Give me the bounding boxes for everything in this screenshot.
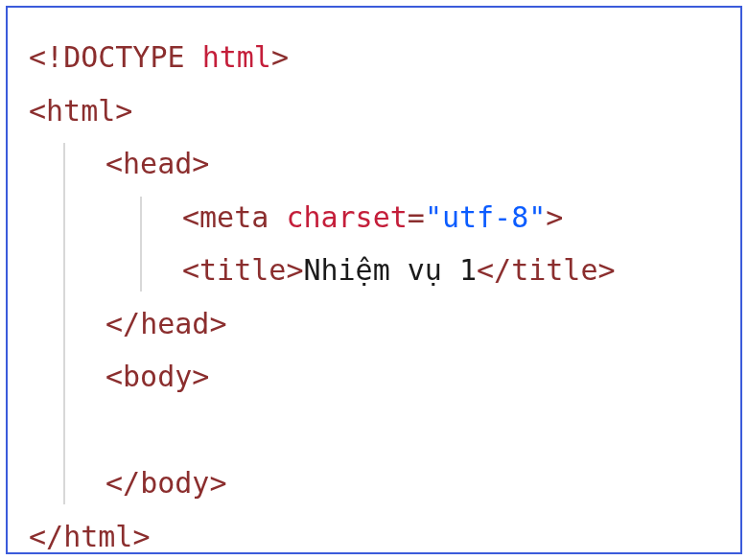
tag-close: > [598,253,616,287]
body-tag: body [123,360,192,393]
title-tag: title [199,253,286,287]
title-text: Nhiệm vụ 1 [303,253,477,287]
meta-tag: meta [199,200,269,234]
tag-close: > [209,466,226,500]
tag-open: </ [477,253,511,287]
blank-line [105,413,123,447]
charset-attr: charset [286,200,407,234]
code-line-3: <head> [29,137,719,191]
space [269,200,286,234]
tag-open: </ [105,307,140,340]
code-line-6: </head> [29,297,719,351]
charset-value: "utf-8" [425,200,546,234]
head-tag: head [123,147,192,180]
doctype-close: > [271,40,289,74]
code-line-1: <!DOCTYPE html> [29,31,719,84]
tag-close: > [192,147,209,180]
tag-open: < [182,253,199,287]
tag-close: > [286,253,303,287]
html-block: <head> <meta charset="utf-8"> <title>Nhi… [29,137,719,510]
tag-close: > [115,94,132,128]
equals: = [408,200,425,234]
doctype-open: <! [29,40,63,74]
tag-open: </ [29,520,63,553]
tag-open: < [105,147,123,180]
tag-open: < [29,94,46,128]
code-line-9: </body> [29,456,719,510]
head-close-tag: head [140,307,209,340]
tag-open: < [105,360,123,393]
code-line-10: </html> [29,510,719,561]
tag-close: > [132,520,150,553]
code-line-2: <html> [29,84,719,138]
tag-close: > [192,360,209,393]
tag-close: > [209,307,226,340]
code-line-5: <title>Nhiệm vụ 1</title> [29,244,719,297]
tag-close: > [546,200,563,234]
head-block: <meta charset="utf-8"> <title>Nhiệm vụ 1… [29,191,719,297]
tag-open: < [182,200,199,234]
html-close-tag: html [63,520,132,553]
doctype-keyword: DOCTYPE [63,40,184,74]
space [185,40,202,74]
doctype-html: html [202,40,271,74]
tag-open: </ [105,466,140,500]
title-close-tag: title [511,253,597,287]
body-close-tag: body [140,466,209,500]
code-block: <!DOCTYPE html> <html> <head> <meta char… [6,6,742,554]
code-line-7: <body> [29,350,719,404]
code-line-4: <meta charset="utf-8"> [29,191,719,245]
html-tag: html [46,94,115,128]
code-line-8-blank [29,404,719,457]
